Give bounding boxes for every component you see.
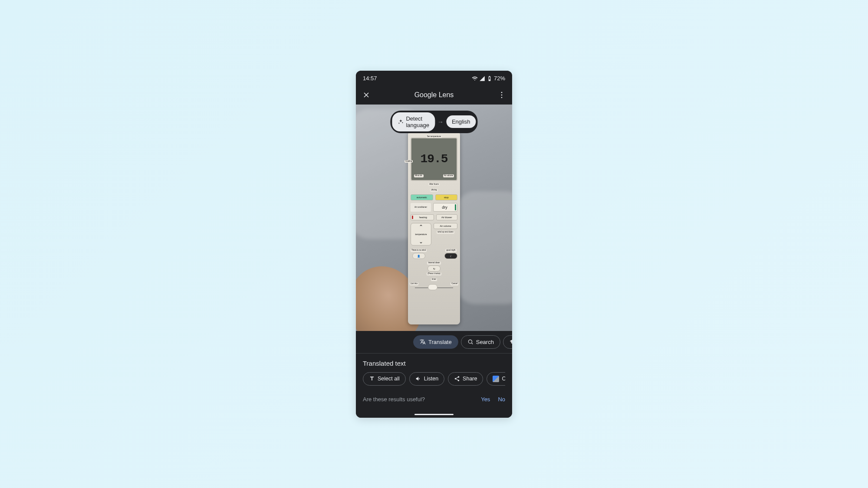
feedback-yes-button[interactable]: Yes	[481, 396, 490, 403]
tab-search[interactable]: Search	[461, 335, 500, 349]
remote-temperature-value: 19.5	[420, 152, 447, 166]
volume-icon	[415, 376, 421, 382]
svg-point-1	[501, 95, 503, 96]
target-language-label: English	[452, 118, 470, 125]
overlay-dry-button: dry	[433, 203, 457, 212]
tab-translate-label: Translate	[428, 339, 452, 345]
status-bar: 14:57 72%	[356, 71, 512, 86]
feedback-row: Are these results useful? Yes No	[356, 390, 512, 403]
overlay-cut-into: (cut into	[410, 282, 418, 285]
overlay-cancel: Cancel	[450, 282, 458, 285]
overlay-wind-dir: Wind dir.	[414, 174, 424, 177]
tab-homework[interactable]: Ho	[503, 335, 512, 349]
overlay-internal-clean-button: ↻	[427, 265, 441, 272]
feedback-buttons: Yes No	[481, 396, 505, 403]
status-time: 14:57	[363, 75, 377, 82]
phone-frame: 14:57 72% Google Google LensLens DAIKIN …	[356, 71, 512, 418]
overlay-after-hours: After hours	[428, 183, 440, 186]
overlay-press-twice: (Press it twice)	[427, 272, 441, 275]
overlay-no-wind: There is no wind	[411, 249, 427, 252]
listen-label: Listen	[424, 376, 438, 382]
translate-icon	[420, 339, 426, 345]
overlay-wind-updown: wind up and down	[437, 231, 454, 234]
overlay-air-volume-small: Air volume	[443, 174, 454, 177]
graduation-cap-icon	[510, 339, 512, 345]
arrow-right-icon: →	[437, 118, 444, 125]
overlay-automatic-button: automatic	[411, 194, 433, 200]
listen-button[interactable]: Listen	[409, 372, 444, 386]
google-translate-icon	[493, 376, 499, 382]
action-chips-row: Select all Listen Share Open in T	[363, 372, 505, 386]
overlay-stop-button: stop	[435, 194, 458, 200]
select-all-button[interactable]: Select all	[363, 372, 406, 386]
feedback-question: Are these results useful?	[363, 396, 425, 403]
overlay-set-temperature: Set temperature	[426, 135, 442, 138]
open-in-translate-label: Open in T	[502, 376, 505, 382]
mode-tabs: Translate Search Ho	[356, 331, 512, 354]
app-header: Google Google LensLens	[356, 86, 512, 105]
feedback-no-button[interactable]: No	[498, 396, 505, 403]
overflow-menu-icon[interactable]	[496, 90, 507, 100]
overlay-good-night: good night	[445, 249, 456, 252]
overlay-timer: timer	[431, 278, 437, 281]
source-language-chip[interactable]: Detect language	[392, 112, 435, 131]
status-right: 72%	[472, 75, 505, 82]
app-title: Google Google LensLens	[414, 91, 454, 99]
translated-text-title: Translated text	[363, 360, 505, 367]
svg-point-2	[501, 97, 503, 98]
share-icon	[454, 376, 460, 382]
overlay-temperature-rocker: ⌃ temperature ⌄	[411, 223, 431, 246]
overlay-cooling: Cooling	[404, 160, 413, 163]
close-icon[interactable]	[361, 90, 372, 100]
search-icon	[467, 339, 473, 345]
share-button[interactable]: Share	[448, 372, 483, 386]
select-all-label: Select all	[378, 376, 400, 382]
signal-icon	[479, 75, 485, 82]
home-indicator[interactable]	[414, 414, 454, 415]
results-panel: Translate Search Ho Translated text Sele…	[356, 331, 512, 418]
overlay-internal-clean: Internal clean	[427, 262, 441, 265]
tab-translate[interactable]: Translate	[413, 335, 458, 349]
target-language-chip[interactable]: English	[446, 115, 476, 128]
overlay-heating-button: heating	[411, 214, 434, 220]
source-language-label: Detect language	[406, 115, 429, 128]
open-in-translate-button[interactable]: Open in T	[487, 372, 505, 386]
overlay-air-conditioner: Air conditioner	[411, 203, 431, 212]
chevron-up-icon: ⌃	[419, 224, 423, 229]
chevron-down-icon: ⌄	[419, 239, 423, 244]
image-viewport[interactable]: DAIKIN Set temperature 19.5 Cooling Wind…	[356, 105, 512, 331]
battery-icon	[487, 75, 493, 82]
remote-control: DAIKIN Set temperature 19.5 Cooling Wind…	[408, 131, 460, 324]
translated-text-section: Translated text Select all Listen Share …	[356, 354, 512, 390]
overlay-no-wind-button: 👤	[412, 253, 425, 259]
text-select-icon	[369, 376, 375, 382]
svg-point-3	[468, 340, 472, 343]
sparkle-icon	[398, 119, 404, 125]
svg-point-0	[501, 92, 503, 93]
status-battery: 72%	[494, 75, 505, 82]
remote-lcd-screen: Set temperature 19.5 Cooling Wind dir. A…	[411, 138, 457, 181]
share-label: Share	[463, 376, 477, 382]
wifi-icon	[472, 75, 478, 82]
overlay-driving: driving	[430, 189, 437, 192]
overlay-air-blower-button: Air blower	[436, 214, 458, 220]
overlay-air-volume-button: Air volume	[434, 223, 457, 229]
language-selector: Detect language → English	[390, 111, 477, 133]
overlay-temperature-label: temperature	[415, 233, 427, 236]
overlay-good-night-button: ☾	[444, 253, 457, 259]
tab-search-label: Search	[476, 339, 494, 345]
